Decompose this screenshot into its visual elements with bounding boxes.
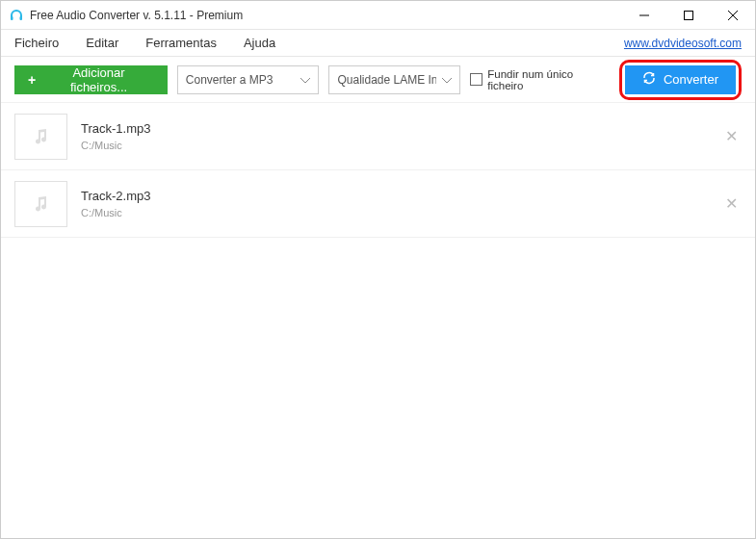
format-label: Converter a MP3 [186,73,296,87]
music-note-icon [32,127,51,146]
file-row[interactable]: Track-1.mp3 C:/Music ✕ [1,103,755,170]
file-info: Track-2.mp3 C:/Music [81,189,721,218]
chevron-down-icon [442,73,452,87]
add-files-button[interactable]: + Adicionar ficheiros... [14,65,168,94]
window-controls [622,1,755,29]
file-list: Track-1.mp3 C:/Music ✕ Track-2.mp3 C:/Mu… [1,103,755,538]
convert-highlight: Converter [619,60,742,100]
file-info: Track-1.mp3 C:/Music [81,121,721,151]
convert-button[interactable]: Converter [625,65,736,94]
file-path: C:/Music [81,207,721,218]
refresh-icon [642,71,656,88]
menu-edit[interactable]: Editar [86,36,118,50]
maximize-button[interactable] [666,1,711,29]
plus-icon: + [28,72,36,88]
remove-file-button[interactable]: ✕ [721,123,742,149]
quality-label: Qualidade LAME Insane [337,73,436,87]
file-thumbnail [14,181,67,227]
convert-label: Converter [664,72,718,87]
file-row[interactable]: Track-2.mp3 C:/Music ✕ [1,170,755,238]
format-dropdown[interactable]: Converter a MP3 [177,65,320,94]
file-name: Track-2.mp3 [81,189,721,203]
file-thumbnail [14,114,67,160]
app-icon [9,8,24,23]
close-button[interactable] [711,1,755,29]
menu-tools[interactable]: Ferramentas [145,36,217,50]
remove-file-button[interactable]: ✕ [721,191,742,217]
svg-rect-1 [20,16,23,20]
checkbox-icon [470,73,482,86]
chevron-down-icon [300,73,310,87]
menubar: Ficheiro Editar Ferramentas Ajuda www.dv… [1,30,755,57]
menu-file[interactable]: Ficheiro [14,36,59,50]
app-title: Free Audio Converter v. 5.1.11 - Premium [30,9,622,22]
toolbar: + Adicionar ficheiros... Converter a MP3… [1,57,755,103]
minimize-button[interactable] [622,1,666,29]
website-link[interactable]: www.dvdvideosoft.com [624,37,742,50]
merge-label: Fundir num único ficheiro [487,68,610,91]
menu-help[interactable]: Ajuda [244,36,275,50]
file-name: Track-1.mp3 [81,121,721,136]
svg-rect-3 [685,11,693,19]
file-path: C:/Music [81,140,721,151]
add-files-label: Adicionar ficheiros... [43,65,154,94]
titlebar: Free Audio Converter v. 5.1.11 - Premium [1,1,755,30]
merge-checkbox[interactable]: Fundir num único ficheiro [470,68,609,91]
quality-dropdown[interactable]: Qualidade LAME Insane [328,65,460,94]
music-note-icon [32,194,51,214]
svg-rect-0 [11,16,13,20]
